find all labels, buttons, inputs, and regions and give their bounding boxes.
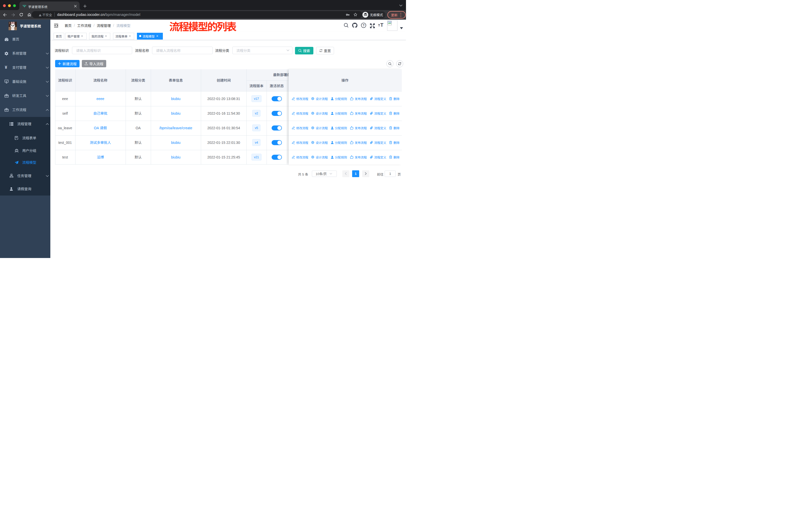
svg-text:?: ? — [363, 24, 365, 27]
